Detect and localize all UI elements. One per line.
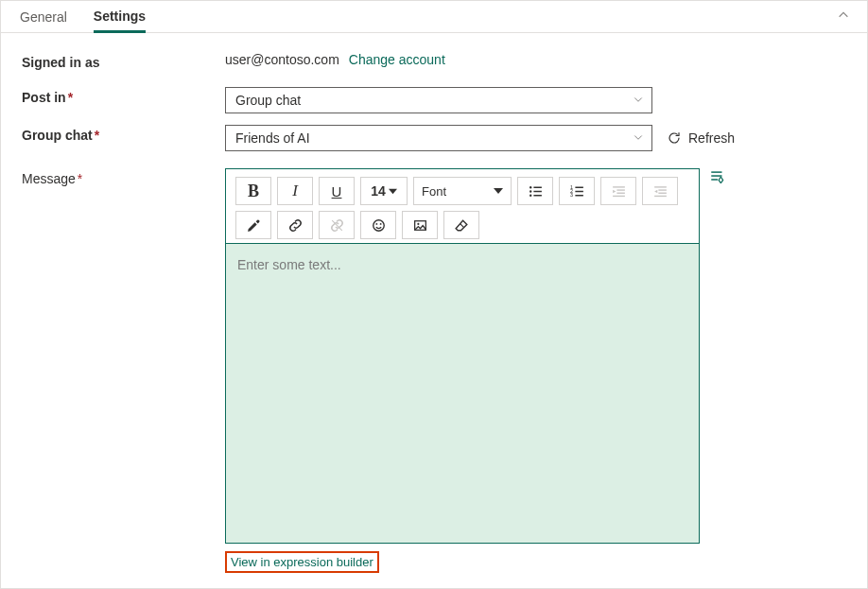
svg-point-21 — [375, 222, 377, 224]
image-button[interactable] — [402, 211, 438, 239]
required-asterisk: * — [68, 90, 73, 105]
view-expression-builder-link[interactable]: View in expression builder — [225, 551, 379, 573]
font-family-select[interactable]: Font — [413, 177, 512, 205]
editor-toolbar: B I U 14 Font — [226, 169, 699, 244]
bulleted-list-button[interactable] — [517, 177, 553, 205]
svg-point-20 — [373, 219, 383, 230]
refresh-label: Refresh — [688, 130, 735, 146]
svg-rect-19 — [654, 195, 667, 196]
change-account-link[interactable]: Change account — [349, 52, 445, 67]
dynamic-content-button[interactable] — [709, 168, 726, 188]
post-in-value: Group chat — [235, 93, 301, 108]
tab-bar: General Settings — [1, 1, 867, 33]
unlink-button[interactable] — [319, 211, 355, 239]
refresh-button[interactable]: Refresh — [667, 130, 735, 146]
signed-in-label: Signed in as — [22, 52, 225, 70]
svg-point-24 — [417, 222, 419, 224]
outdent-button[interactable] — [600, 177, 636, 205]
font-size-select[interactable]: 14 — [360, 177, 408, 205]
tab-settings[interactable]: Settings — [94, 2, 146, 33]
group-chat-select[interactable]: Friends of AI — [225, 125, 652, 151]
eraser-button[interactable] — [443, 211, 479, 239]
message-label: Message* — [22, 168, 225, 186]
svg-rect-15 — [613, 195, 625, 196]
tab-general[interactable]: General — [20, 3, 67, 31]
group-chat-label: Group chat* — [22, 125, 225, 143]
svg-rect-18 — [658, 192, 667, 193]
collapse-caret-icon[interactable] — [837, 9, 850, 25]
italic-button[interactable]: I — [277, 177, 313, 205]
emoji-button[interactable] — [360, 211, 396, 239]
svg-rect-12 — [613, 186, 625, 187]
svg-rect-26 — [711, 175, 721, 176]
signed-in-email: user@contoso.com — [225, 52, 339, 67]
numbered-list-button[interactable]: 123 — [559, 177, 595, 205]
bold-button[interactable]: B — [235, 177, 271, 205]
chevron-down-icon — [633, 93, 644, 108]
link-button[interactable] — [277, 211, 313, 239]
svg-rect-9 — [575, 190, 583, 191]
post-in-label: Post in* — [22, 87, 225, 105]
required-asterisk: * — [78, 171, 82, 186]
eyedropper-button[interactable] — [235, 211, 271, 239]
svg-rect-5 — [533, 195, 542, 196]
refresh-icon — [667, 130, 682, 146]
svg-rect-27 — [711, 179, 718, 180]
svg-point-0 — [529, 186, 531, 188]
svg-rect-7 — [575, 186, 583, 187]
svg-rect-11 — [575, 195, 583, 196]
rich-text-editor: B I U 14 Font — [225, 168, 700, 544]
group-chat-value: Friends of AI — [235, 130, 310, 146]
chevron-down-icon — [633, 130, 644, 146]
underline-button[interactable]: U — [319, 177, 355, 205]
required-asterisk: * — [95, 128, 99, 143]
svg-rect-3 — [533, 190, 542, 191]
svg-rect-1 — [533, 186, 542, 187]
svg-point-2 — [529, 190, 531, 192]
indent-button[interactable] — [642, 177, 678, 205]
editor-textarea[interactable]: Enter some text... — [226, 244, 699, 543]
svg-rect-17 — [658, 189, 667, 190]
svg-rect-13 — [616, 189, 625, 190]
svg-rect-16 — [654, 186, 667, 187]
svg-text:3: 3 — [570, 192, 573, 198]
svg-rect-25 — [711, 171, 721, 172]
post-in-select[interactable]: Group chat — [225, 87, 652, 113]
svg-rect-14 — [616, 192, 625, 193]
svg-point-22 — [379, 222, 381, 224]
svg-point-4 — [529, 194, 531, 196]
